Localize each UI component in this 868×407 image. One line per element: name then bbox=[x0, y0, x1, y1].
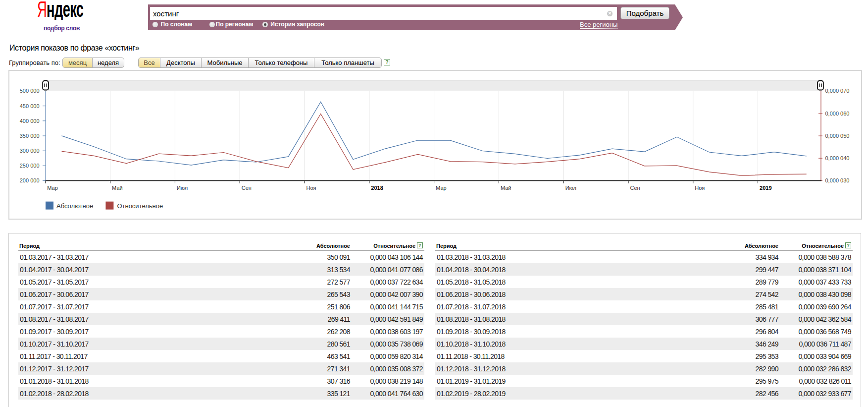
svg-text:Июл: Июл bbox=[177, 185, 188, 191]
svg-text:Мар: Мар bbox=[436, 185, 447, 191]
svg-text:Сен: Сен bbox=[242, 185, 252, 191]
svg-text:450 000: 450 000 bbox=[20, 103, 40, 109]
svg-text:0,000 070: 0,000 070 bbox=[825, 88, 850, 94]
svg-text:2019: 2019 bbox=[760, 185, 771, 191]
svg-text:Май: Май bbox=[112, 185, 123, 191]
svg-text:500 000: 500 000 bbox=[20, 88, 40, 94]
svg-text:250 000: 250 000 bbox=[20, 163, 40, 169]
svg-text:Абсолютное: Абсолютное bbox=[56, 202, 93, 210]
svg-text:300 000: 300 000 bbox=[20, 148, 40, 154]
svg-text:Относительное: Относительное bbox=[117, 202, 163, 210]
svg-text:200 000: 200 000 bbox=[20, 177, 40, 183]
svg-text:0,000 050: 0,000 050 bbox=[825, 133, 850, 139]
svg-text:Май: Май bbox=[501, 185, 511, 191]
svg-text:Ноя: Ноя bbox=[306, 185, 316, 191]
svg-text:Ноя: Ноя bbox=[695, 185, 705, 191]
svg-text:350 000: 350 000 bbox=[20, 133, 40, 139]
svg-text:Июл: Июл bbox=[565, 185, 576, 191]
svg-text:0,000 060: 0,000 060 bbox=[825, 111, 850, 116]
svg-text:400 000: 400 000 bbox=[20, 118, 40, 124]
svg-text:Мар: Мар bbox=[47, 185, 58, 191]
svg-text:0,000 040: 0,000 040 bbox=[825, 155, 850, 161]
svg-text:2018: 2018 bbox=[371, 185, 383, 191]
svg-text:0,000 030: 0,000 030 bbox=[825, 177, 850, 183]
svg-text:Сен: Сен bbox=[630, 185, 640, 191]
